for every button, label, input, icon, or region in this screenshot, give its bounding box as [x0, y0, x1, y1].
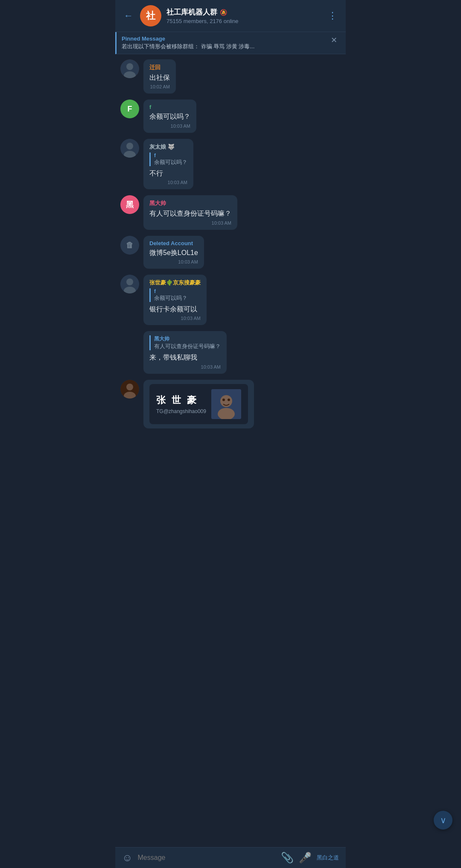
chat-area: 迁回 出社保 10:02 AM F f 余额可以吗？ 10:03 AM 灰太娘 …: [115, 54, 346, 463]
pinned-content: Pinned Message 若出现以下情形会被移除群组： 诈骗 辱骂 涉黄 涉…: [122, 35, 254, 50]
message-text: 银行卡余额可以: [149, 305, 201, 314]
avatar: 🗑: [120, 236, 139, 255]
quote-block: f 余额可以吗？: [149, 152, 187, 166]
message-time: 10:03 AM: [149, 364, 221, 369]
message-bubble: 黑大帅 有人可以查身份证号码嘛？ 来，带钱私聊我 10:03 AM: [143, 331, 227, 373]
pinned-message-bar[interactable]: Pinned Message 若出现以下情形会被移除群组： 诈骗 辱骂 涉黄 涉…: [115, 32, 346, 54]
message-time: 10:03 AM: [149, 220, 231, 226]
message-time: 10:03 AM: [149, 123, 190, 129]
quote-name: f: [154, 152, 187, 158]
quote-text: 余额可以吗？: [154, 294, 201, 302]
table-row: 🗑 Deleted Account 微博5e换LOL1e 10:03 AM: [120, 236, 341, 269]
svg-point-18: [228, 399, 230, 401]
svg-point-1: [126, 63, 133, 70]
table-row: 张世豪🌵京东搜豪豪 f 余额可以吗？ 银行卡余额可以 10:03 AM: [120, 275, 341, 325]
avatar: 黑: [120, 195, 139, 214]
quote-text: 余额可以吗？: [154, 158, 187, 166]
quote-block: 黑大帅 有人可以查身份证号码嘛？: [149, 335, 221, 350]
table-row: 迁回 出社保 10:02 AM: [120, 59, 341, 94]
message-bubble: 张世豪🌵京东搜豪豪 f 余额可以吗？ 银行卡余额可以 10:03 AM: [143, 275, 207, 325]
message-bubble: 黑大帅 有人可以查身份证号码嘛？ 10:03 AM: [143, 195, 237, 229]
pinned-label: Pinned Message: [122, 35, 254, 42]
sender-name: 黑大帅: [149, 199, 231, 207]
mute-icon: 🔕: [220, 9, 227, 16]
sticker-bubble: 张 世 豪 TG@zhangshihao009: [143, 380, 254, 428]
header-info: 社工库机器人群 🔕 75155 members, 2176 online: [166, 7, 321, 24]
svg-point-4: [126, 143, 133, 150]
chat-header: ← 社 社工库机器人群 🔕 75155 members, 2176 online…: [115, 0, 346, 32]
message-time: 10:03 AM: [149, 316, 201, 321]
more-options-button[interactable]: ⋮: [326, 9, 339, 23]
group-avatar: 社: [140, 5, 161, 26]
sender-name: 迁回: [149, 64, 170, 71]
quote-name: 黑大帅: [154, 335, 221, 343]
pinned-close-button[interactable]: ✕: [329, 35, 339, 45]
table-row: 黑大帅 有人可以查身份证号码嘛？ 来，带钱私聊我 10:03 AM: [120, 331, 341, 373]
member-count: 75155 members, 2176 online: [166, 18, 321, 24]
sender-name: f: [149, 104, 190, 110]
table-row: 黑 黑大帅 有人可以查身份证号码嘛？ 10:03 AM: [120, 195, 341, 229]
message-bubble: f 余额可以吗？ 10:03 AM: [143, 100, 196, 132]
avatar: [120, 380, 139, 399]
message-text: 出社保: [149, 73, 170, 82]
message-bubble: 灰太娘 🐺 f 余额可以吗？ 不行 10:03 AM: [143, 139, 193, 189]
group-title[interactable]: 社工库机器人群 🔕: [166, 7, 321, 17]
message-bubble: 迁回 出社保 10:02 AM: [143, 59, 176, 94]
sender-name: 灰太娘 🐺: [149, 143, 187, 151]
quote-text: 有人可以查身份证号码嘛？: [154, 343, 221, 350]
sticker-sub: TG@zhangshihao009: [156, 408, 206, 414]
message-text: 余额可以吗？: [149, 112, 190, 121]
sender-name: Deleted Account: [149, 240, 198, 246]
message-bubble: Deleted Account 微博5e换LOL1e 10:03 AM: [143, 236, 204, 269]
message-text: 有人可以查身份证号码嘛？: [149, 209, 231, 218]
message-text: 微博5e换LOL1e: [149, 248, 198, 258]
sticker-name: 张 世 豪: [156, 394, 206, 407]
table-row: 张 世 豪 TG@zhangshihao009: [120, 380, 341, 428]
svg-point-12: [126, 384, 133, 390]
table-row: F f 余额可以吗？ 10:03 AM: [120, 100, 341, 132]
sticker-face-image: [211, 389, 241, 419]
group-name: 社工库机器人群: [166, 7, 217, 17]
avatar: [120, 275, 139, 293]
quote-block: f 余额可以吗？: [149, 288, 201, 302]
pinned-text: 若出现以下情形会被移除群组： 诈骗 辱骂 涉黄 涉毒...: [122, 43, 254, 50]
message-time: 10:03 AM: [149, 180, 187, 185]
sticker-inner: 张 世 豪 TG@zhangshihao009: [149, 384, 248, 424]
back-button[interactable]: ←: [122, 9, 135, 23]
avatar: [120, 59, 139, 78]
message-time: 10:03 AM: [149, 259, 198, 264]
avatar: [120, 139, 139, 158]
message-text: 不行: [149, 169, 187, 178]
svg-point-17: [222, 399, 225, 401]
quote-name: f: [154, 288, 201, 294]
svg-text:🗑: 🗑: [126, 241, 134, 249]
svg-point-9: [126, 279, 133, 285]
table-row: 灰太娘 🐺 f 余额可以吗？ 不行 10:03 AM: [120, 139, 341, 189]
sender-name: 张世豪🌵京东搜豪豪: [149, 279, 201, 287]
avatar: F: [120, 100, 139, 118]
message-text: 来，带钱私聊我: [149, 353, 221, 362]
message-time: 10:02 AM: [149, 84, 170, 89]
